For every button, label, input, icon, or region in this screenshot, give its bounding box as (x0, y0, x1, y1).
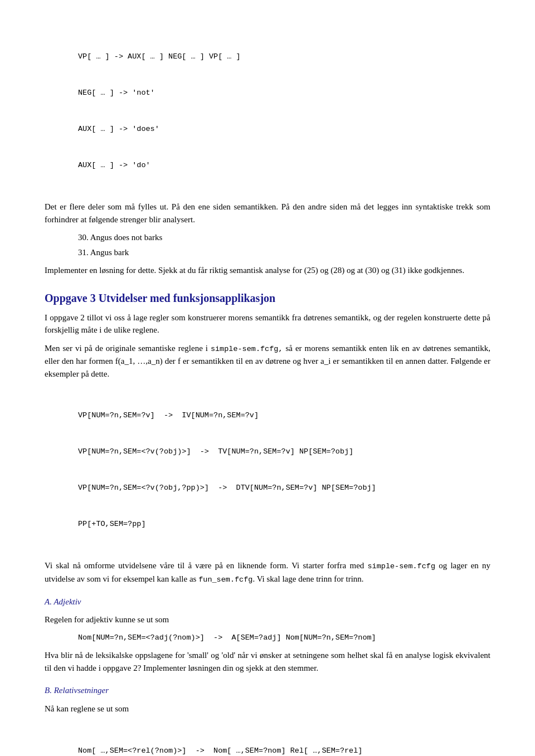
code-line-3: AUX[ … ] -> 'does' (78, 123, 490, 135)
para4-end: . Vi skal lage dene trinn for trinn. (252, 574, 363, 583)
section-3-heading: Oppgave 3 Utvidelser med funksjonsapplik… (45, 290, 490, 306)
code-example-1: VP[NUM=?n,SEM=?v] -> IV[NUM=?n,SEM=?v] (78, 409, 490, 422)
section-3-intro: I oppgave 2 tillot vi oss å lage regler … (45, 311, 490, 336)
code-line-2: NEG[ … ] -> 'not' (78, 87, 490, 99)
paragraph-4: Vi skal nå omforme utvidelsene våre til … (45, 559, 490, 586)
para3-code1: simple-sem.fcfg, (211, 345, 283, 353)
opening-code-block: VP[ … ] -> AUX[ … ] NEG[ … ] VP[ … ] NEG… (78, 27, 490, 195)
code-examples-block: VP[NUM=?n,SEM=?v] -> IV[NUM=?n,SEM=?v] V… (78, 386, 490, 554)
subsection-b-heading: B. Relativsetninger (45, 684, 490, 697)
para4-start: Vi skal nå omforme utvidelsene våre til … (45, 561, 368, 570)
b-code-line-1: Nom[ …,SEM=<?rel(?nom)>] -> Nom[ …,SEM=?… (78, 745, 490, 756)
para5-text: Hva blir nå de leksikalske oppslagene fo… (45, 651, 490, 672)
para4-code3: fun_sem.fcfg (198, 575, 252, 584)
subsection-b-code: Nom[ …,SEM=<?rel(?nom)>] -> Nom[ …,SEM=?… (78, 720, 490, 756)
subsection-a-text: Regelen for adjektiv kunne se ut som (45, 613, 490, 626)
para4-code2: sem.fcfg (399, 562, 435, 570)
subsection-a-code: Nom[NUM=?n,SEM=<?adj(?nom)>] -> A[SEM=?a… (78, 632, 490, 644)
code-line-4: AUX[ … ] -> 'do' (78, 159, 490, 172)
page: VP[ … ] -> AUX[ … ] NEG[ … ] VP[ … ] NEG… (0, 0, 535, 756)
paragraph-3: Men ser vi på de originale semantiske re… (45, 342, 490, 380)
paragraph-2: Implementer en løsning for dette. Sjekk … (45, 264, 490, 277)
numbered-items: 30. Angus does not barks 31. Angus bark (78, 231, 490, 258)
code-example-2: VP[NUM=?n,SEM=<?v(?obj)>] -> TV[NUM=?n,S… (78, 446, 490, 458)
subsection-b-text: Nå kan reglene se ut som (45, 703, 490, 715)
code-example-4: PP[+TO,SEM=?pp] (78, 518, 490, 530)
numbered-item-31: 31. Angus bark (78, 246, 490, 259)
paragraph-1: Det er flere deler som må fylles ut. På … (45, 201, 490, 226)
paragraph-5: Hva blir nå de leksikalske oppslagene fo… (45, 649, 490, 674)
code-line-1: VP[ … ] -> AUX[ … ] NEG[ … ] VP[ … ] (78, 51, 490, 63)
subsection-a-heading: A. Adjektiv (45, 596, 490, 608)
para3-start: Men ser vi på de originale semantiske re… (45, 344, 211, 353)
numbered-item-30: 30. Angus does not barks (78, 231, 490, 244)
code-example-3: VP[NUM=?n,SEM=<?v(?obj,?pp)>] -> DTV[NUM… (78, 482, 490, 494)
para4-code1: simple- (368, 562, 400, 570)
